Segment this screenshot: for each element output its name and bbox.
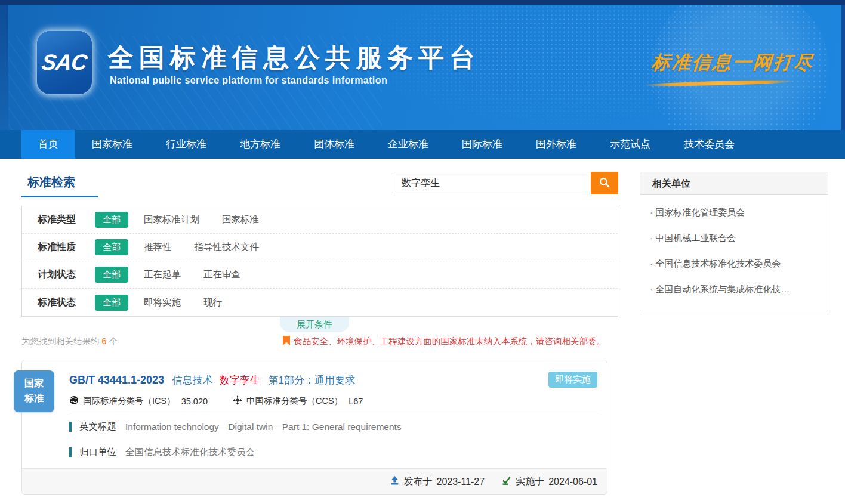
ccs-label: 中国标准分类号（CCS）	[246, 395, 343, 407]
compass-icon	[233, 395, 246, 407]
standard-number: GB/T 43441.1-2023	[69, 374, 164, 386]
implemented-date-item: 实施于 2024-06-01	[501, 475, 597, 488]
result-count-prefix: 为您找到相关结果约	[21, 336, 100, 346]
committee-label: 归口单位	[79, 446, 116, 459]
nav-item-technical-committee[interactable]: 技术委员会	[667, 130, 751, 159]
english-title-row: 英文标题 Information technology—Digital twin…	[69, 420, 402, 433]
site-title-en: National public service platform for sta…	[110, 75, 387, 86]
related-unit-link[interactable]: 全国信息技术标准化技术委员会	[647, 251, 819, 277]
expand-conditions-button[interactable]: 展开条件	[280, 317, 349, 332]
sac-logo[interactable]: SAC	[37, 31, 92, 94]
related-units-title: 相关单位	[640, 172, 828, 195]
related-unit-link[interactable]: 全国自动化系统与集成标准化技…	[647, 277, 819, 302]
ccs-group: 中国标准分类号（CCS） L67	[233, 395, 363, 407]
page-title-underline	[21, 196, 98, 197]
implemented-date: 2024-06-01	[548, 477, 597, 487]
header-left-strip	[0, 5, 8, 130]
implemented-label: 实施于	[516, 475, 544, 488]
filter-selected-all[interactable]: 全部	[95, 267, 128, 283]
main-nav: 首页 国家标准 行业标准 地方标准 团体标准 企业标准 国际标准 国外标准 示范…	[0, 130, 845, 159]
filter-option[interactable]: 推荐性	[144, 241, 172, 253]
filter-option[interactable]: 正在起草	[144, 268, 181, 281]
header-right-strip	[841, 5, 845, 130]
result-count-suffix: 个	[109, 336, 118, 346]
standard-result-card: 国家 标准 GB/T 43441.1-2023 信息技术 数字孪生 第1部分：通…	[21, 360, 607, 495]
related-units-panel: 相关单位 国家标准化管理委员会 中国机械工业联合会 全国信息技术标准化技术委员会…	[640, 172, 828, 311]
page-title: 标准检索	[27, 174, 75, 190]
card-footer: 发布于 2023-11-27 实施于 2024-06-01	[22, 468, 607, 494]
standard-title-part1: 信息技术	[172, 375, 213, 386]
filter-option[interactable]: 国家标准	[222, 214, 259, 226]
globe-icon	[69, 395, 83, 407]
filter-row-plan-status: 计划状态 全部 正在起草 正在审查	[22, 261, 618, 289]
badge-line2: 标准	[24, 391, 44, 406]
nav-item-pilot[interactable]: 示范试点	[593, 130, 667, 159]
committee-row: 归口单位 全国信息技术标准化技术委员会	[69, 446, 255, 459]
nav-item-home[interactable]: 首页	[21, 130, 75, 159]
status-badge: 即将实施	[548, 372, 597, 388]
ics-label: 国际标准分类号（ICS）	[83, 395, 175, 407]
row-accent-bar	[69, 422, 72, 432]
standard-category-badge: 国家 标准	[14, 370, 54, 412]
site-title-cn: 全国标准信息公共服务平台	[108, 41, 480, 75]
filter-option[interactable]: 正在审查	[203, 268, 240, 281]
filter-row-standard-type: 标准类型 全部 国家标准计划 国家标准	[22, 206, 618, 234]
filter-label: 标准类型	[38, 214, 95, 226]
standard-title-link[interactable]: GB/T 43441.1-2023 信息技术 数字孪生 第1部分：通用要求	[69, 373, 355, 387]
related-units-list: 国家标准化管理委员会 中国机械工业联合会 全国信息技术标准化技术委员会 全国自动…	[640, 195, 828, 311]
related-unit-link[interactable]: 中国机械工业联合会	[647, 225, 819, 251]
system-notice: 食品安全、环境保护、工程建设方面的国家标准未纳入本系统，请咨询相关部委。	[283, 336, 605, 347]
published-date-item: 发布于 2023-11-27	[390, 475, 485, 488]
filter-row-standard-status: 标准状态 全部 即将实施 现行	[22, 289, 618, 316]
filter-option[interactable]: 即将实施	[144, 296, 181, 309]
site-header: SAC 全国标准信息公共服务平台 National public service…	[0, 0, 845, 130]
filter-panel: 标准类型 全部 国家标准计划 国家标准 标准性质 全部 推荐性 指导性技术文件 …	[21, 206, 618, 317]
filter-label: 计划状态	[38, 268, 95, 281]
committee-value: 全国信息技术标准化技术委员会	[125, 446, 255, 459]
results-summary-row: 为您找到相关结果约6个 食品安全、环境保护、工程建设方面的国家标准未纳入本系统，…	[21, 336, 605, 347]
published-date: 2023-11-27	[437, 477, 485, 487]
row-accent-bar	[69, 447, 72, 457]
search-input[interactable]	[394, 172, 591, 194]
published-label: 发布于	[404, 475, 433, 488]
ics-value: 35.020	[181, 397, 208, 406]
standard-title-part2: 第1部分：通用要求	[268, 375, 354, 386]
filter-selected-all[interactable]: 全部	[95, 212, 128, 228]
nav-item-local-standards[interactable]: 地方标准	[223, 130, 297, 159]
filter-label: 标准状态	[38, 296, 95, 309]
magnifier-icon	[599, 177, 610, 190]
filter-option[interactable]: 现行	[203, 296, 222, 309]
card-divider	[69, 413, 600, 413]
bookmark-icon	[283, 336, 290, 347]
nav-item-foreign-standards[interactable]: 国外标准	[519, 130, 593, 159]
filter-selected-all[interactable]: 全部	[95, 295, 128, 311]
classification-row: 国际标准分类号（ICS） 35.020 中国标准分类号（CCS） L67	[69, 395, 363, 407]
upload-icon	[390, 475, 400, 488]
ccs-value: L67	[349, 397, 363, 406]
nav-item-national-standards[interactable]: 国家标准	[75, 130, 149, 159]
sac-logo-text: SAC	[40, 50, 88, 75]
related-unit-link[interactable]: 国家标准化管理委员会	[647, 200, 819, 225]
page: SAC 全国标准信息公共服务平台 National public service…	[0, 0, 845, 504]
nav-item-group-standards[interactable]: 团体标准	[297, 130, 371, 159]
filter-row-standard-nature: 标准性质 全部 推荐性 指导性技术文件	[22, 234, 618, 261]
english-title-label: 英文标题	[79, 420, 116, 433]
filter-option[interactable]: 指导性技术文件	[195, 241, 260, 253]
filter-option[interactable]: 国家标准计划	[144, 214, 199, 226]
english-title-value: Information technology—Digital twin—Part…	[125, 422, 402, 432]
nav-item-industry-standards[interactable]: 行业标准	[149, 130, 223, 159]
check-icon	[501, 475, 511, 488]
filter-label: 标准性质	[38, 241, 95, 253]
search-button[interactable]	[591, 172, 618, 194]
filter-selected-all[interactable]: 全部	[95, 239, 128, 255]
notice-text: 食品安全、环境保护、工程建设方面的国家标准未纳入本系统，请咨询相关部委。	[294, 336, 605, 347]
standard-title-highlight: 数字孪生	[220, 375, 260, 386]
badge-line1: 国家	[24, 376, 44, 391]
site-slogan: 标准信息一网打尽	[651, 50, 815, 75]
result-count-number: 6	[102, 336, 107, 346]
nav-item-international-standards[interactable]: 国际标准	[445, 130, 519, 159]
nav-item-enterprise-standards[interactable]: 企业标准	[371, 130, 445, 159]
result-count: 为您找到相关结果约6个	[21, 336, 118, 347]
header-top-strip	[0, 0, 845, 5]
